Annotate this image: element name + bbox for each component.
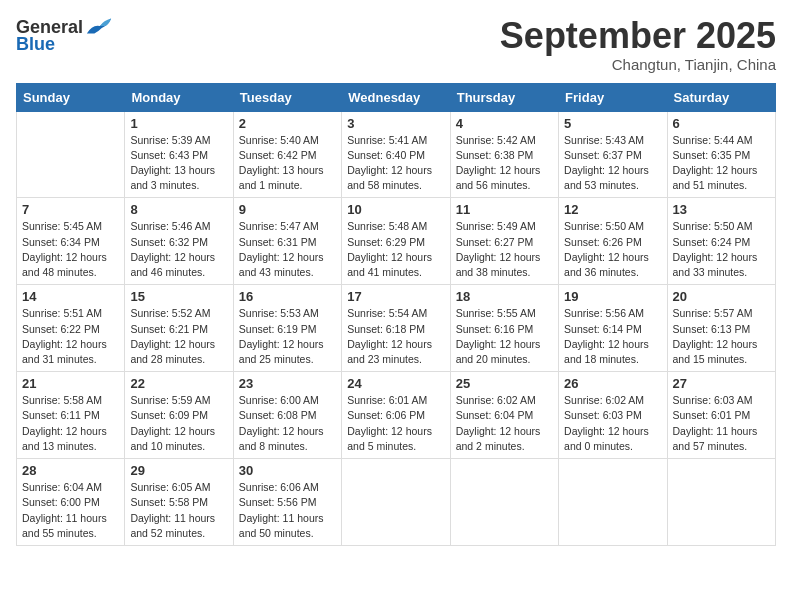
calendar-cell: 2Sunrise: 5:40 AM Sunset: 6:42 PM Daylig… (233, 111, 341, 198)
page-header: General Blue September 2025 Changtun, Ti… (16, 16, 776, 73)
calendar-cell: 4Sunrise: 5:42 AM Sunset: 6:38 PM Daylig… (450, 111, 558, 198)
day-info: Sunrise: 5:40 AM Sunset: 6:42 PM Dayligh… (239, 133, 336, 194)
day-number: 17 (347, 289, 444, 304)
calendar-cell: 22Sunrise: 5:59 AM Sunset: 6:09 PM Dayli… (125, 372, 233, 459)
day-number: 12 (564, 202, 661, 217)
calendar-cell: 28Sunrise: 6:04 AM Sunset: 6:00 PM Dayli… (17, 459, 125, 546)
calendar-week-row: 1Sunrise: 5:39 AM Sunset: 6:43 PM Daylig… (17, 111, 776, 198)
calendar-cell: 20Sunrise: 5:57 AM Sunset: 6:13 PM Dayli… (667, 285, 775, 372)
day-info: Sunrise: 5:43 AM Sunset: 6:37 PM Dayligh… (564, 133, 661, 194)
weekday-header-thursday: Thursday (450, 83, 558, 111)
day-number: 7 (22, 202, 119, 217)
calendar-cell: 21Sunrise: 5:58 AM Sunset: 6:11 PM Dayli… (17, 372, 125, 459)
calendar-cell: 7Sunrise: 5:45 AM Sunset: 6:34 PM Daylig… (17, 198, 125, 285)
day-number: 25 (456, 376, 553, 391)
calendar-cell: 14Sunrise: 5:51 AM Sunset: 6:22 PM Dayli… (17, 285, 125, 372)
calendar-week-row: 21Sunrise: 5:58 AM Sunset: 6:11 PM Dayli… (17, 372, 776, 459)
day-number: 16 (239, 289, 336, 304)
day-info: Sunrise: 5:58 AM Sunset: 6:11 PM Dayligh… (22, 393, 119, 454)
day-number: 19 (564, 289, 661, 304)
calendar-cell: 26Sunrise: 6:02 AM Sunset: 6:03 PM Dayli… (559, 372, 667, 459)
calendar-cell (342, 459, 450, 546)
calendar-cell (17, 111, 125, 198)
title-section: September 2025 Changtun, Tianjin, China (500, 16, 776, 73)
calendar-cell (667, 459, 775, 546)
day-info: Sunrise: 6:00 AM Sunset: 6:08 PM Dayligh… (239, 393, 336, 454)
day-number: 11 (456, 202, 553, 217)
calendar-cell: 16Sunrise: 5:53 AM Sunset: 6:19 PM Dayli… (233, 285, 341, 372)
calendar-cell: 23Sunrise: 6:00 AM Sunset: 6:08 PM Dayli… (233, 372, 341, 459)
day-info: Sunrise: 5:51 AM Sunset: 6:22 PM Dayligh… (22, 306, 119, 367)
calendar-week-row: 28Sunrise: 6:04 AM Sunset: 6:00 PM Dayli… (17, 459, 776, 546)
day-number: 29 (130, 463, 227, 478)
day-number: 3 (347, 116, 444, 131)
day-info: Sunrise: 6:04 AM Sunset: 6:00 PM Dayligh… (22, 480, 119, 541)
day-info: Sunrise: 6:01 AM Sunset: 6:06 PM Dayligh… (347, 393, 444, 454)
day-info: Sunrise: 5:48 AM Sunset: 6:29 PM Dayligh… (347, 219, 444, 280)
day-info: Sunrise: 5:56 AM Sunset: 6:14 PM Dayligh… (564, 306, 661, 367)
weekday-header-saturday: Saturday (667, 83, 775, 111)
day-number: 28 (22, 463, 119, 478)
day-info: Sunrise: 5:47 AM Sunset: 6:31 PM Dayligh… (239, 219, 336, 280)
day-info: Sunrise: 5:52 AM Sunset: 6:21 PM Dayligh… (130, 306, 227, 367)
day-info: Sunrise: 5:49 AM Sunset: 6:27 PM Dayligh… (456, 219, 553, 280)
calendar-week-row: 7Sunrise: 5:45 AM Sunset: 6:34 PM Daylig… (17, 198, 776, 285)
calendar-cell: 5Sunrise: 5:43 AM Sunset: 6:37 PM Daylig… (559, 111, 667, 198)
day-info: Sunrise: 5:44 AM Sunset: 6:35 PM Dayligh… (673, 133, 770, 194)
day-number: 23 (239, 376, 336, 391)
day-number: 21 (22, 376, 119, 391)
calendar-cell: 6Sunrise: 5:44 AM Sunset: 6:35 PM Daylig… (667, 111, 775, 198)
day-number: 30 (239, 463, 336, 478)
weekday-header-monday: Monday (125, 83, 233, 111)
calendar-cell: 1Sunrise: 5:39 AM Sunset: 6:43 PM Daylig… (125, 111, 233, 198)
day-number: 15 (130, 289, 227, 304)
day-number: 6 (673, 116, 770, 131)
weekday-header-sunday: Sunday (17, 83, 125, 111)
day-info: Sunrise: 5:50 AM Sunset: 6:24 PM Dayligh… (673, 219, 770, 280)
calendar-cell (559, 459, 667, 546)
calendar-cell (450, 459, 558, 546)
day-info: Sunrise: 5:57 AM Sunset: 6:13 PM Dayligh… (673, 306, 770, 367)
day-number: 18 (456, 289, 553, 304)
day-number: 13 (673, 202, 770, 217)
calendar-cell: 15Sunrise: 5:52 AM Sunset: 6:21 PM Dayli… (125, 285, 233, 372)
day-info: Sunrise: 6:06 AM Sunset: 5:56 PM Dayligh… (239, 480, 336, 541)
day-number: 4 (456, 116, 553, 131)
calendar-cell: 17Sunrise: 5:54 AM Sunset: 6:18 PM Dayli… (342, 285, 450, 372)
calendar-table: SundayMondayTuesdayWednesdayThursdayFrid… (16, 83, 776, 546)
day-info: Sunrise: 6:02 AM Sunset: 6:04 PM Dayligh… (456, 393, 553, 454)
calendar-cell: 8Sunrise: 5:46 AM Sunset: 6:32 PM Daylig… (125, 198, 233, 285)
calendar-cell: 10Sunrise: 5:48 AM Sunset: 6:29 PM Dayli… (342, 198, 450, 285)
day-info: Sunrise: 5:50 AM Sunset: 6:26 PM Dayligh… (564, 219, 661, 280)
month-title: September 2025 (500, 16, 776, 56)
calendar-cell: 18Sunrise: 5:55 AM Sunset: 6:16 PM Dayli… (450, 285, 558, 372)
calendar-week-row: 14Sunrise: 5:51 AM Sunset: 6:22 PM Dayli… (17, 285, 776, 372)
logo-bird-icon (85, 16, 113, 38)
calendar-cell: 25Sunrise: 6:02 AM Sunset: 6:04 PM Dayli… (450, 372, 558, 459)
day-info: Sunrise: 5:41 AM Sunset: 6:40 PM Dayligh… (347, 133, 444, 194)
day-info: Sunrise: 6:02 AM Sunset: 6:03 PM Dayligh… (564, 393, 661, 454)
day-number: 20 (673, 289, 770, 304)
day-info: Sunrise: 6:03 AM Sunset: 6:01 PM Dayligh… (673, 393, 770, 454)
weekday-header-friday: Friday (559, 83, 667, 111)
calendar-cell: 19Sunrise: 5:56 AM Sunset: 6:14 PM Dayli… (559, 285, 667, 372)
day-info: Sunrise: 5:55 AM Sunset: 6:16 PM Dayligh… (456, 306, 553, 367)
day-number: 14 (22, 289, 119, 304)
day-number: 22 (130, 376, 227, 391)
logo: General Blue (16, 16, 113, 55)
day-info: Sunrise: 5:46 AM Sunset: 6:32 PM Dayligh… (130, 219, 227, 280)
day-info: Sunrise: 6:05 AM Sunset: 5:58 PM Dayligh… (130, 480, 227, 541)
day-info: Sunrise: 5:39 AM Sunset: 6:43 PM Dayligh… (130, 133, 227, 194)
calendar-cell: 30Sunrise: 6:06 AM Sunset: 5:56 PM Dayli… (233, 459, 341, 546)
calendar-cell: 11Sunrise: 5:49 AM Sunset: 6:27 PM Dayli… (450, 198, 558, 285)
logo-blue: Blue (16, 34, 55, 55)
day-number: 27 (673, 376, 770, 391)
day-number: 10 (347, 202, 444, 217)
calendar-cell: 29Sunrise: 6:05 AM Sunset: 5:58 PM Dayli… (125, 459, 233, 546)
day-info: Sunrise: 5:45 AM Sunset: 6:34 PM Dayligh… (22, 219, 119, 280)
day-info: Sunrise: 5:42 AM Sunset: 6:38 PM Dayligh… (456, 133, 553, 194)
weekday-header-wednesday: Wednesday (342, 83, 450, 111)
day-number: 9 (239, 202, 336, 217)
day-number: 8 (130, 202, 227, 217)
day-info: Sunrise: 5:53 AM Sunset: 6:19 PM Dayligh… (239, 306, 336, 367)
